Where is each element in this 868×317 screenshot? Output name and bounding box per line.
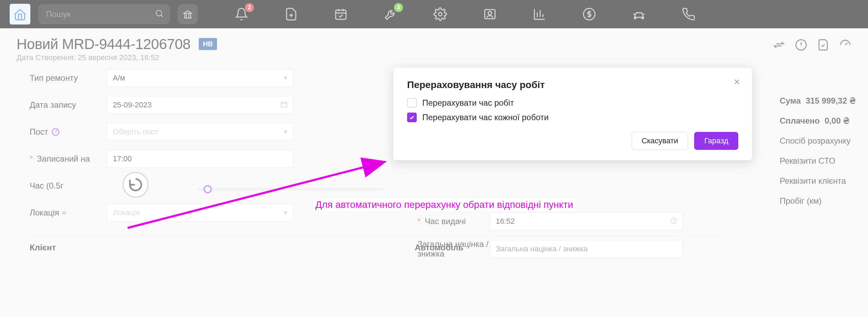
nav-doc-add[interactable]	[283, 6, 299, 22]
top-nav: 2 3	[0, 0, 868, 28]
record-date-label: Дата запису	[30, 100, 107, 110]
scheduled-label: *Записаний на	[30, 154, 107, 164]
cancel-button[interactable]: Скасувати	[632, 132, 688, 150]
home-button[interactable]	[10, 4, 30, 25]
gauge-small-icon	[51, 127, 60, 136]
location-placeholder: Локація	[113, 208, 140, 217]
checkbox-recalc-each-label: Перерахувати час кожної роботи	[422, 113, 549, 122]
gear-icon	[433, 7, 447, 21]
status-tag: HB	[199, 38, 217, 50]
sto-details-label: Реквізити СТО	[780, 156, 856, 166]
record-date-input[interactable]	[107, 96, 293, 114]
repair-type-label: Тип ремонту	[30, 73, 107, 83]
recalculate-button[interactable]	[123, 172, 148, 198]
slider-handle[interactable]	[204, 185, 212, 193]
scheduled-time-input[interactable]	[107, 150, 293, 168]
home-icon	[14, 8, 26, 20]
checkbox-recalc-works[interactable]	[407, 98, 417, 108]
nav-wrench[interactable]: 3	[382, 6, 399, 22]
search-input[interactable]	[39, 4, 170, 24]
chevron-down-icon: ▾	[284, 208, 287, 217]
delivery-time-label: *Час видачі	[417, 217, 490, 226]
shield-doc-icon	[817, 39, 829, 51]
nav-settings[interactable]	[432, 6, 448, 22]
time-slider[interactable]	[197, 188, 384, 191]
search-icon[interactable]	[155, 9, 164, 20]
swap-icon	[773, 39, 785, 51]
bell-badge: 2	[245, 3, 254, 12]
mileage-label: Пробіг (км)	[780, 196, 856, 206]
sum-value: 315 999,32 ₴	[806, 96, 856, 106]
annotation-text: Для автоматичного перерахунку обрати від…	[313, 199, 575, 211]
document-plus-icon	[284, 7, 298, 21]
svg-point-4	[488, 11, 492, 15]
clock-icon	[670, 217, 678, 226]
nav-icons: 2 3	[233, 6, 697, 22]
payment-method-label: Спосіб розрахунку	[780, 136, 856, 146]
delivery-time-input[interactable]	[490, 212, 683, 230]
nav-reports[interactable]	[531, 6, 548, 22]
post-placeholder: Оберіть пост	[113, 127, 158, 136]
nav-phone[interactable]	[680, 6, 697, 22]
svg-rect-1	[336, 10, 346, 19]
nav-calendar[interactable]	[333, 6, 349, 22]
bank-button[interactable]	[178, 4, 197, 24]
markup-label: Загальна націнка / знижка	[417, 239, 490, 259]
repair-type-value: А/м	[113, 74, 125, 83]
recalculate-modal: Перераховування часу робіт Перерахувати …	[393, 68, 752, 160]
alert-circle-icon	[795, 39, 807, 51]
post-label: Пост	[30, 127, 107, 137]
location-label: Локація »	[30, 208, 107, 218]
checkbox-recalc-each[interactable]	[407, 113, 417, 122]
nav-contacts[interactable]	[482, 6, 498, 22]
calendar-icon	[280, 100, 288, 109]
chevron-down-icon: ▾	[284, 74, 287, 83]
svg-rect-7	[281, 102, 287, 107]
close-icon	[733, 78, 741, 86]
search-wrap	[39, 4, 170, 24]
refresh-icon	[128, 177, 143, 192]
alert-button[interactable]	[795, 39, 807, 52]
modal-close-button[interactable]	[733, 77, 741, 88]
repair-type-select[interactable]: А/м ▾	[107, 69, 293, 87]
chart-icon	[533, 7, 546, 21]
nav-bell[interactable]: 2	[233, 6, 250, 22]
ok-button[interactable]: Гаразд	[694, 132, 738, 150]
chevron-down-icon: ▾	[284, 127, 287, 136]
nav-money[interactable]	[581, 6, 598, 22]
calendar-check-icon	[334, 7, 348, 21]
markup-input[interactable]	[490, 240, 683, 258]
phone-icon	[682, 7, 696, 21]
swap-button[interactable]	[773, 39, 785, 52]
modal-title: Перераховування часу робіт	[407, 79, 738, 90]
post-select[interactable]: Оберіть пост ▾	[107, 123, 293, 141]
double-chevron-icon[interactable]: »	[62, 208, 66, 217]
client-details-label: Реквізити клієнта	[780, 176, 856, 186]
car-icon	[631, 7, 647, 22]
svg-point-2	[438, 12, 442, 16]
dashboard-button[interactable]	[839, 39, 851, 52]
contacts-icon	[483, 7, 497, 21]
paid-value: 0,00 ₴	[825, 116, 849, 126]
client-section-header: Клієнт	[30, 243, 56, 252]
shield-doc-button[interactable]	[817, 39, 829, 52]
wrench-badge: 3	[394, 3, 403, 12]
page-header: Новий MRD-9444-1206708 Дата Створення: 2…	[0, 28, 868, 66]
location-select[interactable]: Локація ▾	[107, 204, 293, 222]
summary-column: Сума 315 999,32 ₴ Сплачено 0,00 ₴ Спосіб…	[780, 94, 856, 216]
time-label: Час (0.5г	[30, 181, 107, 191]
checkbox-recalc-works-label: Перерахувати час робіт	[422, 98, 514, 108]
nav-car[interactable]	[631, 6, 647, 22]
dollar-circle-icon	[582, 7, 596, 21]
page-subtitle: Дата Створення: 25 вересня 2023, 16:52	[17, 53, 190, 62]
gauge-icon	[839, 39, 851, 51]
page-title: Новий MRD-9444-1206708	[17, 36, 190, 52]
sum-label: Сума	[780, 96, 801, 106]
bank-icon	[183, 9, 193, 19]
paid-label: Сплачено	[780, 116, 820, 126]
header-actions	[773, 39, 851, 52]
svg-point-0	[156, 10, 162, 16]
check-icon	[409, 114, 415, 121]
